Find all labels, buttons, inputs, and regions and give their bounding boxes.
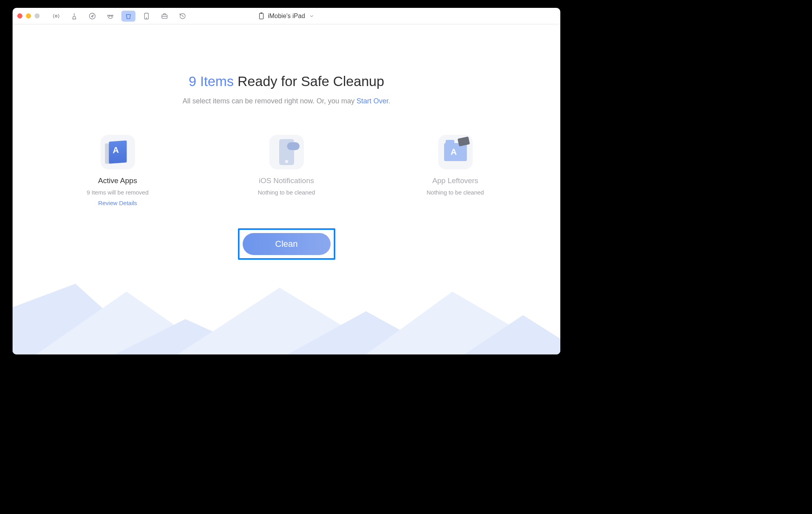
svg-marker-15 (464, 315, 560, 354)
svg-point-0 (55, 15, 57, 17)
headline-rest: Ready for Safe Cleanup (234, 73, 384, 89)
active-apps-icon: A (101, 135, 135, 169)
svg-point-1 (90, 13, 95, 19)
svg-marker-9 (13, 284, 154, 354)
item-count: 9 Items (188, 73, 234, 89)
page-subtitle: All select items can be removed right no… (13, 97, 560, 105)
ipad-icon (143, 12, 150, 20)
svg-rect-7 (259, 13, 263, 19)
trash-icon (124, 12, 132, 20)
toolbar-airplay-button[interactable] (49, 11, 63, 22)
subtitle-prefix: All select items can be removed right no… (183, 97, 357, 105)
titlebar: iMobie's iPad (13, 8, 560, 24)
app-window: iMobie's iPad 9 Items Ready for Safe Cle… (13, 8, 560, 354)
chevron-down-icon (309, 13, 315, 19)
clean-button-highlight: Clean (238, 228, 335, 260)
toolbar-history-button[interactable] (176, 11, 190, 22)
history-icon (179, 12, 187, 20)
svg-marker-12 (177, 288, 390, 354)
subtitle-suffix: . (388, 97, 390, 105)
device-icon (258, 13, 264, 20)
svg-marker-14 (366, 292, 560, 354)
toolbar-cleanup-button[interactable] (121, 11, 135, 22)
compass-icon (88, 12, 96, 20)
card-subtitle: 9 Items will be removed (75, 189, 161, 196)
card-active-apps: A Active Apps 9 Items will be removed Re… (75, 135, 161, 207)
device-name: iMobie's iPad (268, 13, 305, 20)
page-title: 9 Items Ready for Safe Cleanup (13, 73, 560, 89)
toolbar-broom-button[interactable] (67, 11, 81, 22)
briefcase-icon (161, 12, 168, 20)
window-controls (17, 13, 40, 18)
app-leftovers-icon: A (438, 135, 473, 169)
toolbar-privacy-button[interactable] (103, 11, 117, 22)
svg-marker-10 (36, 292, 217, 354)
svg-marker-11 (115, 319, 264, 354)
card-subtitle: Nothing to be cleaned (412, 189, 499, 196)
category-cards: A Active Apps 9 Items will be removed Re… (13, 135, 560, 207)
review-details-link[interactable]: Review Details (98, 200, 137, 206)
card-ios-notifications: iOS Notifications Nothing to be cleaned (243, 135, 330, 207)
content-area: 9 Items Ready for Safe Cleanup All selec… (13, 24, 560, 354)
close-window-button[interactable] (17, 13, 22, 18)
toolbar (49, 11, 190, 22)
mask-icon (106, 12, 114, 20)
minimize-window-button[interactable] (26, 13, 31, 18)
card-title: iOS Notifications (243, 176, 330, 185)
card-app-leftovers: A App Leftovers Nothing to be cleaned (412, 135, 499, 207)
card-title: App Leftovers (412, 176, 499, 185)
svg-point-2 (109, 16, 110, 17)
toolbar-toolbox-button[interactable] (157, 11, 172, 22)
card-title: Active Apps (75, 176, 161, 185)
airplay-icon (52, 12, 60, 20)
svg-point-3 (111, 16, 112, 17)
device-selector[interactable]: iMobie's iPad (258, 13, 315, 20)
svg-point-5 (146, 18, 147, 18)
clean-button[interactable]: Clean (243, 233, 331, 255)
start-over-link[interactable]: Start Over (357, 97, 388, 105)
svg-marker-13 (287, 311, 444, 354)
fullscreen-window-button[interactable] (35, 13, 40, 18)
card-subtitle: Nothing to be cleaned (243, 189, 330, 196)
decorative-mountains (13, 284, 560, 354)
broom-icon (70, 12, 78, 20)
ios-notifications-icon (269, 135, 304, 169)
toolbar-device-button[interactable] (139, 11, 154, 22)
toolbar-compass-button[interactable] (85, 11, 99, 22)
